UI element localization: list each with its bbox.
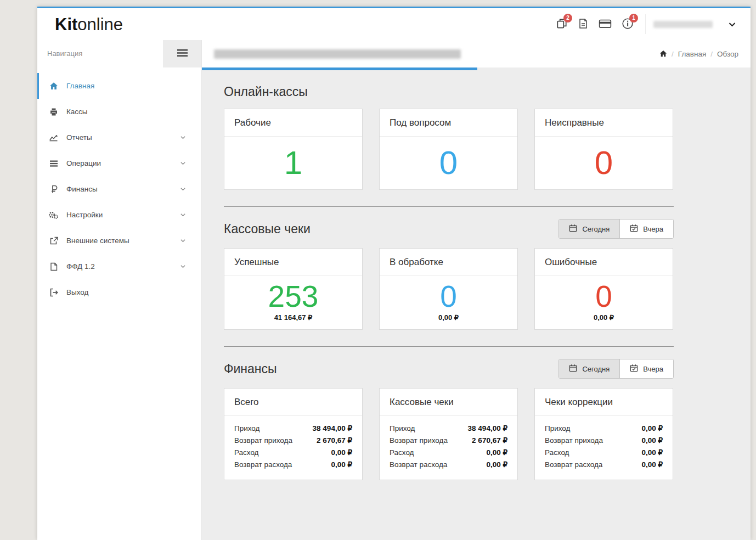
finance-row: Приход 38 494,00 ₽ (390, 423, 507, 435)
sidebar-item-glavnaya[interactable]: Главная (37, 73, 201, 99)
stat-value: 253 (268, 282, 319, 312)
sidebar-item-vneshnie-sistemy[interactable]: Внешние системы (37, 228, 201, 254)
breadcrumb-separator: / (710, 50, 713, 58)
home-icon[interactable] (659, 50, 667, 58)
section-title-kassovye-cheki: Кассовые чеки (224, 222, 311, 237)
card-title: Кассовые чеки (380, 389, 517, 416)
sidebar-item-label: ФФД 1.2 (66, 262, 95, 271)
user-menu[interactable] (653, 20, 751, 29)
finances-today-button[interactable]: Сегодня (559, 359, 619, 378)
stat-value: 0 (440, 282, 457, 312)
finance-row-value: 0,00 ₽ (331, 447, 352, 459)
finances-yesterday-button[interactable]: Вчера (619, 359, 673, 378)
sidebar-item-label: Отчеты (66, 133, 92, 142)
section-divider (224, 346, 674, 347)
card-title: Всего (224, 389, 362, 416)
receipts-today-button[interactable]: Сегодня (559, 220, 619, 238)
finance-row: Расход 0,00 ₽ (234, 447, 352, 459)
finance-row-value: 0,00 ₽ (331, 459, 352, 471)
section-divider (224, 206, 674, 207)
printer-icon (48, 108, 59, 116)
documents-button[interactable]: 2 (556, 18, 568, 31)
sidebar-item-label: Главная (66, 82, 94, 90)
chevron-down-icon (180, 134, 186, 140)
company-name-redacted (214, 49, 461, 59)
calendar-check-icon (630, 364, 638, 374)
card-title: В обработке (380, 249, 517, 276)
breadcrumb-glavnaya[interactable]: Главная (678, 50, 706, 58)
breadcrumb-current: Обзор (717, 50, 738, 58)
finance-row: Возврат прихода 2 670,67 ₽ (390, 435, 507, 447)
stat-card-pod-voprosom: Под вопросом 0 (379, 109, 518, 190)
chevron-down-icon (180, 160, 186, 166)
receipts-period-toggle: Сегодня Вчера (558, 219, 674, 239)
sidebar-item-ffd[interactable]: ФФД 1.2 (37, 254, 201, 279)
pdf-export-button[interactable] (578, 18, 589, 31)
card-title: Ошибочные (535, 249, 673, 276)
sidebar: Навигация Главная (37, 40, 202, 540)
chevron-down-icon (180, 212, 186, 218)
gears-icon (48, 211, 59, 220)
sidebar-item-otchety[interactable]: Отчеты (37, 125, 201, 150)
sidebar-toggle-button[interactable] (163, 40, 201, 68)
finance-row-value: 0,00 ₽ (641, 447, 663, 459)
external-link-icon (48, 237, 59, 245)
finances-period-toggle: Сегодня Вчера (558, 359, 674, 379)
finance-row-label: Возврат прихода (390, 435, 448, 447)
card-title: Под вопросом (380, 109, 517, 137)
sidebar-item-operacii[interactable]: Операции (37, 150, 201, 176)
section-title-online-kassy: Онлайн-кассы (224, 85, 308, 99)
finance-row: Расход 0,00 ₽ (545, 447, 663, 459)
finance-row-label: Возврат прихода (234, 435, 292, 447)
ruble-icon (48, 185, 59, 194)
sidebar-item-kassy[interactable]: Кассы (37, 99, 201, 125)
calendar-icon (569, 364, 577, 374)
stat-card-rabochie: Рабочие 1 (224, 109, 363, 190)
stat-amount: 0,00 ₽ (594, 313, 614, 322)
finance-row: Приход 0,00 ₽ (545, 423, 663, 435)
finance-row-label: Расход (390, 447, 414, 459)
button-label: Вчера (643, 365, 663, 373)
receipts-yesterday-button[interactable]: Вчера (619, 220, 673, 238)
logo-text-bold: Kit (55, 15, 77, 34)
card-title: Чеки коррекции (535, 389, 673, 416)
sidebar-item-nastroyki[interactable]: Настройки (37, 202, 201, 228)
sidebar-item-label: Операции (66, 159, 101, 167)
sidebar-item-label: Внешние системы (66, 237, 129, 245)
sidebar-item-finansy[interactable]: Финансы (37, 176, 201, 202)
finance-row: Расход 0,00 ₽ (390, 447, 507, 459)
finance-row-value: 0,00 ₽ (641, 435, 663, 447)
app-logo[interactable]: Kitonline (37, 16, 200, 33)
sidebar-item-vyhod[interactable]: Выход (37, 279, 201, 305)
finance-row-value: 2 670,67 ₽ (472, 435, 507, 447)
card-title: Неисправные (535, 109, 673, 137)
sign-out-icon (48, 288, 59, 297)
stat-value: 0 (595, 147, 613, 179)
main-content: Онлайн-кассы Рабочие 1 Под вопросом 0 Не… (202, 70, 751, 540)
finance-row-label: Возврат расхода (545, 459, 602, 471)
finance-row-label: Приход (390, 423, 415, 435)
line-chart-icon (48, 133, 59, 142)
finance-row-label: Приход (234, 423, 259, 435)
payments-button[interactable] (599, 18, 612, 31)
finance-row-value: 2 670,67 ₽ (317, 435, 352, 447)
finance-row-label: Расход (545, 447, 569, 459)
finance-row-value: 0,00 ₽ (486, 447, 507, 459)
breadcrumb: / Главная / Обзор (659, 50, 738, 58)
stat-value: 1 (284, 147, 302, 179)
sidebar-menu: Главная Кассы Отчеты (37, 68, 201, 305)
finance-row: Возврат расхода 0,00 ₽ (545, 459, 663, 471)
section-title-finansy: Финансы (224, 362, 277, 376)
hamburger-icon (177, 49, 188, 59)
card-title: Рабочие (224, 109, 362, 137)
finance-row-label: Приход (545, 423, 570, 435)
pdf-file-icon (578, 18, 589, 31)
header-actions: 2 1 (551, 8, 751, 40)
chevron-down-icon (728, 20, 736, 29)
sidebar-item-label: Выход (66, 288, 88, 296)
notifications-button[interactable]: 1 (622, 18, 634, 31)
card-title: Успешные (224, 249, 362, 276)
calendar-icon (569, 224, 577, 234)
header: Kitonline 2 (37, 8, 751, 40)
finance-row-value: 0,00 ₽ (486, 459, 507, 471)
